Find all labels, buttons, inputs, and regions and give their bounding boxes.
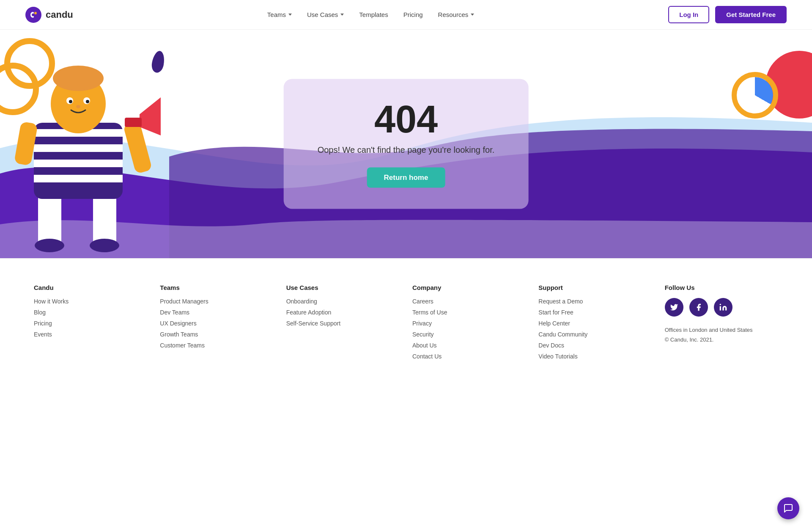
hero-section: 404 Oops! We can't find the page you're …	[0, 30, 812, 258]
footer-title-followus: Follow Us	[665, 284, 778, 291]
nav-teams[interactable]: Teams	[267, 11, 292, 18]
footer-link-community[interactable]: Candu Community	[538, 331, 652, 338]
footer-col-usecases: Use Cases Onboarding Feature Adoption Se…	[286, 284, 400, 364]
svg-point-15	[69, 100, 72, 103]
footer-link-pricing[interactable]: Pricing	[34, 320, 147, 327]
footer-link-careers[interactable]: Careers	[412, 298, 526, 305]
chevron-down-icon	[471, 14, 474, 16]
ring-decoration-right	[732, 72, 778, 119]
footer-title-support: Support	[538, 284, 652, 291]
ring-inner	[737, 77, 773, 113]
svg-point-5	[90, 239, 119, 252]
twitter-icon	[670, 303, 678, 311]
footer-link-howitworks[interactable]: How it Works	[34, 298, 147, 305]
footer-link-privacy[interactable]: Privacy	[412, 320, 526, 327]
footer-link-uxdesigners[interactable]: UX Designers	[160, 320, 273, 327]
footer-link-requestdemo[interactable]: Request a Demo	[538, 298, 652, 305]
error-box: 404 Oops! We can't find the page you're …	[284, 79, 529, 209]
footer-link-videotutorials[interactable]: Video Tutorials	[538, 353, 652, 360]
facebook-button[interactable]	[689, 298, 708, 317]
footer-link-devdocs[interactable]: Dev Docs	[538, 342, 652, 349]
svg-point-4	[35, 239, 64, 252]
svg-rect-21	[125, 118, 142, 127]
svg-marker-20	[140, 97, 161, 135]
footer-link-growthteams[interactable]: Growth Teams	[160, 331, 273, 338]
footer-col-company: Company Careers Terms of Use Privacy Sec…	[412, 284, 526, 364]
svg-point-22	[0, 66, 36, 112]
footer-col-followus: Follow Us	[665, 284, 778, 364]
svg-point-1	[34, 12, 37, 14]
chevron-down-icon	[288, 14, 292, 16]
nav-pricing[interactable]: Pricing	[403, 11, 423, 18]
svg-point-17	[76, 105, 80, 108]
svg-rect-10	[34, 175, 123, 182]
svg-point-16	[86, 100, 89, 103]
footer-link-featureadoption[interactable]: Feature Adoption	[286, 309, 400, 316]
social-icons	[665, 298, 778, 317]
svg-rect-8	[34, 144, 123, 152]
error-message: Oops! We can't find the page you're look…	[318, 145, 495, 155]
linkedin-icon	[719, 303, 727, 311]
footer-link-startforfree[interactable]: Start for Free	[538, 309, 652, 316]
svg-rect-2	[38, 195, 61, 245]
svg-point-0	[25, 7, 41, 23]
nav-resources[interactable]: Resources	[438, 11, 475, 18]
footer-link-blog[interactable]: Blog	[34, 309, 147, 316]
get-started-button[interactable]: Get Started Free	[715, 6, 787, 23]
footer-link-aboutus[interactable]: About Us	[412, 342, 526, 349]
footer-link-security[interactable]: Security	[412, 331, 526, 338]
character-illustration	[0, 38, 178, 258]
logo-icon	[25, 7, 41, 23]
footer-offices: Offices in London and United States © Ca…	[665, 325, 778, 345]
svg-point-24	[719, 304, 721, 305]
svg-rect-9	[34, 160, 123, 167]
footer-title-company: Company	[412, 284, 526, 291]
footer: Candu How it Works Blog Pricing Events T…	[0, 258, 812, 398]
header: candu Teams Use Cases Templates Pricing …	[0, 0, 812, 30]
facebook-icon	[694, 303, 703, 311]
footer-link-termsofuse[interactable]: Terms of Use	[412, 309, 526, 316]
footer-link-productmanagers[interactable]: Product Managers	[160, 298, 273, 305]
nav-templates[interactable]: Templates	[359, 11, 388, 18]
nav-usecases[interactable]: Use Cases	[307, 11, 344, 18]
footer-link-events[interactable]: Events	[34, 331, 147, 338]
svg-point-12	[53, 66, 104, 91]
svg-rect-3	[93, 195, 116, 245]
chevron-down-icon	[340, 14, 344, 16]
header-buttons: Log In Get Started Free	[668, 6, 787, 23]
linkedin-button[interactable]	[714, 298, 732, 317]
error-code: 404	[318, 100, 495, 138]
footer-title-teams: Teams	[160, 284, 273, 291]
logo[interactable]: candu	[25, 7, 73, 23]
footer-link-devteams[interactable]: Dev Teams	[160, 309, 273, 316]
svg-rect-23	[719, 306, 721, 311]
return-home-button[interactable]: Return home	[367, 168, 445, 188]
footer-col-teams: Teams Product Managers Dev Teams UX Desi…	[160, 284, 273, 364]
footer-link-contactus[interactable]: Contact Us	[412, 353, 526, 360]
footer-link-helpcenter[interactable]: Help Center	[538, 320, 652, 327]
footer-col-candu: Candu How it Works Blog Pricing Events	[34, 284, 147, 364]
footer-title-usecases: Use Cases	[286, 284, 400, 291]
footer-link-customerteams[interactable]: Customer Teams	[160, 342, 273, 349]
footer-grid: Candu How it Works Blog Pricing Events T…	[34, 284, 778, 364]
footer-title-candu: Candu	[34, 284, 147, 291]
login-button[interactable]: Log In	[668, 6, 709, 23]
footer-link-onboarding[interactable]: Onboarding	[286, 298, 400, 305]
twitter-button[interactable]	[665, 298, 683, 317]
logo-text: candu	[46, 9, 73, 20]
footer-col-support: Support Request a Demo Start for Free He…	[538, 284, 652, 364]
main-nav: Teams Use Cases Templates Pricing Resour…	[267, 11, 474, 18]
footer-link-selfservicesupport[interactable]: Self-Service Support	[286, 320, 400, 327]
